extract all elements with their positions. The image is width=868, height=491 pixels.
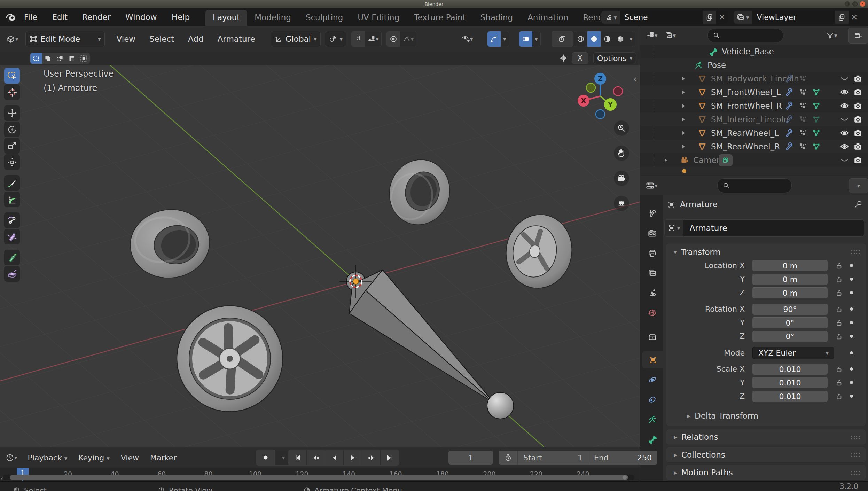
new-collection-button[interactable] [848, 28, 868, 44]
wrench-icon[interactable] [785, 115, 793, 124]
eye-closed-icon[interactable] [840, 155, 849, 165]
options-dropdown[interactable]: Options▾ [593, 52, 636, 64]
tool-extrude[interactable] [4, 250, 20, 265]
modifier-icon[interactable] [798, 128, 807, 137]
menu-help[interactable]: Help [164, 13, 197, 22]
lock-icon[interactable] [835, 379, 843, 387]
animate-dot[interactable] [850, 395, 853, 398]
wrench-icon[interactable] [785, 101, 793, 110]
jump-to-start-button[interactable] [288, 450, 307, 465]
eye-closed-icon[interactable] [840, 74, 849, 83]
lock-icon[interactable] [835, 305, 843, 313]
overlays-dropdown[interactable]: ▾ [532, 31, 540, 47]
mesh-data-icon[interactable] [812, 101, 821, 110]
tool-move[interactable] [4, 105, 20, 121]
outliner-item-label[interactable]: SM_Interior_Lincoln [711, 115, 789, 124]
render-visibility-icon[interactable] [853, 88, 862, 97]
sidebar-collapse-arrow[interactable]: ‹ [633, 74, 637, 84]
gizmo-y-ball[interactable]: Y [608, 101, 613, 108]
panel-collections[interactable]: ▸Collections [666, 447, 866, 463]
render-visibility-icon[interactable] [853, 142, 862, 151]
shading-material-button[interactable] [601, 31, 614, 47]
datablock-type-dropdown[interactable]: ▾ [664, 219, 683, 237]
properties-tab-view-layer[interactable] [643, 264, 662, 282]
transform-panel-header[interactable]: ▾ Transform [674, 248, 721, 257]
value-field[interactable]: 0 m [752, 260, 828, 271]
modifier-icon[interactable] [798, 88, 807, 96]
panel-relations[interactable]: ▸Relations [666, 429, 866, 445]
viewport-menu-view[interactable]: View [110, 34, 143, 44]
expand-icon[interactable] [663, 157, 669, 163]
animate-dot[interactable] [850, 307, 853, 311]
outliner-search-input[interactable] [707, 29, 783, 42]
remove-icon[interactable]: ✕ [849, 11, 860, 24]
panel-grip[interactable] [851, 470, 860, 475]
lock-icon[interactable] [835, 392, 843, 400]
viewport-menu-add[interactable]: Add [181, 34, 211, 44]
lock-icon[interactable] [835, 289, 843, 297]
animate-dot[interactable] [850, 335, 853, 338]
expand-icon[interactable] [680, 76, 687, 82]
lock-icon[interactable] [835, 333, 843, 340]
viewlayer-name[interactable]: ViewLayer [752, 11, 835, 24]
value-field[interactable]: 0.010 [752, 391, 828, 402]
expand-icon[interactable] [680, 143, 687, 150]
transform-orientation-dropdown[interactable]: Global ▾ [271, 31, 321, 47]
lock-icon[interactable] [835, 319, 843, 327]
shading-rendered-button[interactable] [614, 31, 627, 47]
mode-select[interactable]: XYZ Euler▾ [752, 347, 834, 359]
panel-grip[interactable] [851, 435, 860, 439]
ortho-toggle-button[interactable] [614, 196, 629, 211]
lock-icon[interactable] [835, 262, 843, 270]
animate-dot[interactable] [850, 321, 853, 324]
properties-tab-object[interactable] [642, 351, 664, 368]
lock-icon[interactable] [835, 365, 843, 373]
play-button[interactable] [344, 450, 362, 465]
outliner-item-label[interactable]: SM_RearWheel_L [711, 128, 779, 138]
outliner-item-partial[interactable] [640, 167, 868, 175]
eye-open-icon[interactable] [840, 142, 849, 151]
eye-open-icon[interactable] [840, 87, 849, 97]
menu-file[interactable]: File [17, 13, 45, 22]
properties-tab-physics[interactable] [643, 371, 662, 388]
mode-dropdown[interactable]: Edit Mode ▾ [25, 31, 105, 47]
outliner-item-sm_bodywork_lincoln[interactable]: SM_Bodywork_Lincoln [640, 72, 868, 85]
properties-editor-dropdown[interactable]: ▾ [643, 178, 660, 193]
properties-tab-tool[interactable] [643, 205, 662, 222]
shading-wireframe-button[interactable] [574, 31, 587, 47]
workspace-tab-modeling[interactable]: Modeling [247, 10, 298, 26]
gizmo-z-ball[interactable]: Z [598, 75, 603, 83]
timeline-menu-marker[interactable]: Marker [144, 453, 182, 462]
scene-name[interactable]: Scene [620, 11, 703, 24]
select-mode-button-1[interactable] [42, 53, 54, 64]
value-field[interactable]: 0 m [752, 287, 828, 298]
xray-toggle[interactable] [552, 31, 573, 47]
timeline-ruler[interactable]: 20406080100120140160180200220240 1 ‹ [0, 468, 640, 482]
editor-divider[interactable] [640, 26, 640, 481]
timeline-menu-playback[interactable]: Playback ▾ [22, 453, 73, 462]
properties-search-input[interactable] [717, 178, 792, 193]
zoom-button[interactable] [614, 120, 629, 136]
tool-rotate[interactable] [4, 122, 20, 137]
tool-scale[interactable] [4, 138, 20, 154]
timeline-menu-view[interactable]: View [115, 453, 144, 462]
tool-measure[interactable] [4, 192, 20, 207]
wrench-icon[interactable] [785, 88, 793, 96]
select-mode-button-4[interactable] [78, 53, 89, 64]
value-field[interactable]: 0.010 [752, 364, 828, 375]
outliner-item-label[interactable]: SM_FrontWheel_L [711, 88, 781, 97]
outliner-item-sm_rearwheel_l[interactable]: SM_RearWheel_L [640, 126, 868, 140]
outliner-item-camera[interactable]: Camera [640, 153, 868, 167]
menu-edit[interactable]: Edit [45, 13, 75, 22]
wrench-icon[interactable] [785, 74, 793, 83]
gizmos-toggle[interactable] [487, 31, 501, 47]
properties-tab-collection[interactable] [643, 328, 662, 346]
render-visibility-icon[interactable] [853, 74, 862, 83]
value-field[interactable]: 0 m [752, 274, 828, 285]
modifier-icon[interactable] [798, 142, 807, 151]
properties-tab-render[interactable] [643, 225, 662, 242]
panel-grip[interactable] [851, 250, 860, 254]
animate-dot[interactable] [850, 291, 853, 294]
expand-icon[interactable] [680, 89, 687, 95]
panel-grip[interactable] [851, 453, 860, 457]
